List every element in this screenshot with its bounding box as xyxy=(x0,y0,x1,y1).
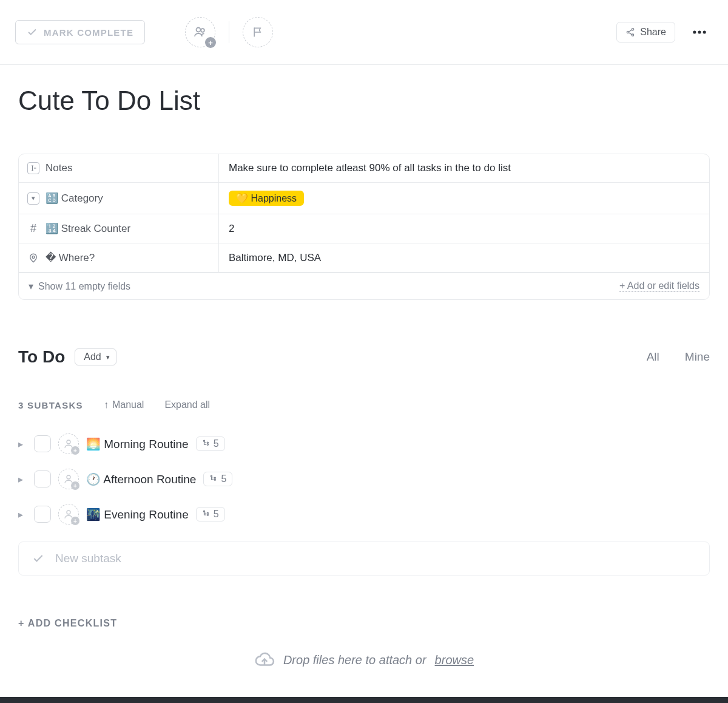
field-value-where[interactable]: Baltimore, MD, USA xyxy=(219,243,709,272)
subtask-icon xyxy=(202,440,211,448)
expand-caret[interactable]: ▸ xyxy=(18,438,27,450)
toolbar: MARK COMPLETE + Share xyxy=(0,0,728,65)
plus-badge-icon: + xyxy=(71,446,79,455)
section-title: To Do xyxy=(18,347,65,367)
field-label-text: 🔢 Streak Counter xyxy=(46,222,130,235)
subtask-count: 5 xyxy=(214,438,219,449)
task-checkbox[interactable] xyxy=(34,470,51,487)
task-row: ▸ + 🌅 Morning Routine 5 xyxy=(18,426,710,461)
svg-point-15 xyxy=(67,475,70,479)
subtask-count: 5 xyxy=(214,509,219,520)
sort-label: Manual xyxy=(112,399,144,410)
add-edit-fields-button[interactable]: + Add or edit fields xyxy=(619,280,699,292)
field-label-text: � Where? xyxy=(46,251,95,264)
svg-point-1 xyxy=(201,29,204,32)
share-icon xyxy=(625,27,635,37)
task-checkbox[interactable] xyxy=(34,435,51,452)
svg-point-14 xyxy=(207,442,208,443)
browse-link[interactable]: browse xyxy=(435,653,474,667)
svg-point-0 xyxy=(197,28,201,32)
caret-down-icon: ▾ xyxy=(29,280,33,292)
mark-complete-label: MARK COMPLETE xyxy=(44,27,133,38)
share-label: Share xyxy=(640,27,666,38)
expand-caret[interactable]: ▸ xyxy=(18,509,27,520)
more-button[interactable] xyxy=(686,21,713,43)
flag-button[interactable] xyxy=(243,17,273,47)
add-checklist-button[interactable]: + ADD CHECKLIST xyxy=(18,618,710,629)
svg-line-5 xyxy=(629,30,632,32)
field-label-streak[interactable]: # 🔢 Streak Counter xyxy=(19,214,219,243)
number-field-icon: # xyxy=(27,223,39,235)
field-label-where[interactable]: � Where? xyxy=(19,243,219,272)
task-checkbox[interactable] xyxy=(34,506,51,523)
filter-mine[interactable]: Mine xyxy=(685,350,710,364)
task-title[interactable]: 🌅 Morning Routine xyxy=(86,437,189,451)
plus-badge-icon: + xyxy=(205,37,216,48)
bottom-bar xyxy=(0,697,728,703)
fields-footer: ▾ Show 11 empty fields + Add or edit fie… xyxy=(19,273,709,299)
field-value-notes[interactable]: Make sure to complete atleast 90% of all… xyxy=(219,154,709,182)
subtask-count-badge[interactable]: 5 xyxy=(203,472,232,486)
add-dropdown-button[interactable]: Add ▾ xyxy=(75,348,116,365)
svg-point-17 xyxy=(215,479,216,480)
check-icon xyxy=(32,552,44,565)
field-label-text: Notes xyxy=(46,162,72,174)
show-empty-fields-button[interactable]: ▾ Show 11 empty fields xyxy=(29,280,130,292)
subtask-icon xyxy=(209,475,218,483)
field-value-streak[interactable]: 2 xyxy=(219,214,709,243)
share-button[interactable]: Share xyxy=(616,22,675,42)
svg-point-2 xyxy=(632,29,634,30)
field-label-notes[interactable]: Notes xyxy=(19,154,219,182)
field-row-category: ▾ 🔠 Category 💛 Happiness xyxy=(19,183,709,214)
svg-point-11 xyxy=(67,440,70,444)
sort-button[interactable]: ↑ Manual xyxy=(104,399,144,410)
svg-point-13 xyxy=(207,444,208,445)
dropzone-text: Drop files here to attach or xyxy=(283,653,426,667)
svg-point-10 xyxy=(32,256,35,258)
field-label-category[interactable]: ▾ 🔠 Category xyxy=(19,183,219,214)
section-header: To Do Add ▾ All Mine xyxy=(18,347,710,367)
category-tag: 💛 Happiness xyxy=(229,191,304,206)
fields-box: Notes Make sure to complete atleast 90% … xyxy=(18,154,710,300)
assignee-button[interactable]: + xyxy=(58,504,79,525)
svg-point-8 xyxy=(698,30,701,33)
svg-point-18 xyxy=(215,477,216,478)
cloud-upload-icon xyxy=(254,650,275,670)
toolbar-separator xyxy=(229,21,229,43)
subtask-count-badge[interactable]: 5 xyxy=(196,507,225,521)
task-title[interactable]: 🌃 Evening Routine xyxy=(86,508,189,521)
svg-point-21 xyxy=(207,514,208,515)
mark-complete-button[interactable]: MARK COMPLETE xyxy=(15,20,145,44)
page-title[interactable]: Cute To Do List xyxy=(18,86,710,116)
expand-caret[interactable]: ▸ xyxy=(18,474,27,485)
flag-icon xyxy=(252,26,264,38)
caret-down-icon: ▾ xyxy=(106,353,110,361)
assignee-button[interactable]: + xyxy=(58,469,79,489)
more-horizontal-icon xyxy=(691,24,708,41)
dropdown-field-icon: ▾ xyxy=(27,192,39,205)
new-subtask-input[interactable] xyxy=(55,552,696,565)
subtask-icon xyxy=(202,510,211,518)
svg-line-6 xyxy=(629,33,632,35)
svg-point-19 xyxy=(67,511,70,514)
expand-all-button[interactable]: Expand all xyxy=(164,399,210,410)
svg-point-3 xyxy=(627,31,629,33)
assignee-button[interactable]: + xyxy=(58,433,79,454)
subtasks-count: 3 SUBTASKS xyxy=(18,400,83,410)
attachment-dropzone[interactable]: Drop files here to attach or browse xyxy=(18,650,710,670)
field-row-where: � Where? Baltimore, MD, USA xyxy=(19,243,709,273)
field-label-text: 🔠 Category xyxy=(46,192,103,205)
add-assignee-button[interactable]: + xyxy=(185,17,215,47)
field-value-category[interactable]: 💛 Happiness xyxy=(219,183,709,214)
check-icon xyxy=(27,27,38,38)
field-row-notes: Notes Make sure to complete atleast 90% … xyxy=(19,154,709,183)
plus-badge-icon: + xyxy=(71,517,79,525)
svg-point-22 xyxy=(207,512,208,514)
task-row: ▸ + 🕐 Afternoon Routine 5 xyxy=(18,461,710,497)
people-icon xyxy=(193,25,207,39)
filter-all[interactable]: All xyxy=(647,350,659,364)
text-field-icon xyxy=(27,162,39,174)
task-title[interactable]: 🕐 Afternoon Routine xyxy=(86,472,196,486)
show-empty-label: Show 11 empty fields xyxy=(38,281,130,292)
subtask-count-badge[interactable]: 5 xyxy=(196,436,225,451)
